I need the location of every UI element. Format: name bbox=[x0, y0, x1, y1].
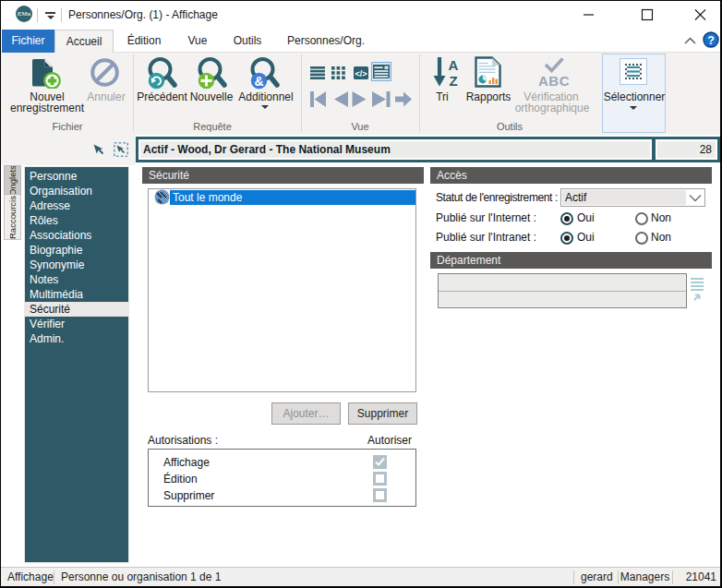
svg-text:</>: </> bbox=[355, 69, 367, 78]
svg-text:Z: Z bbox=[449, 73, 457, 88]
svg-text:?: ? bbox=[707, 34, 715, 47]
svg-text:A: A bbox=[449, 57, 459, 73]
svg-text:&: & bbox=[254, 74, 263, 89]
